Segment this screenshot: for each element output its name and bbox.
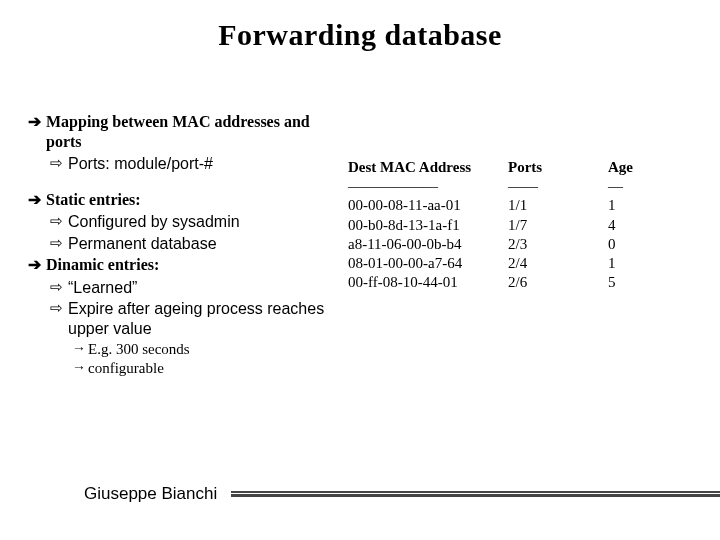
bullet-text: Ports: module/port-# xyxy=(68,154,213,174)
separator: — xyxy=(608,177,668,196)
bullet-text: Dinamic entries: xyxy=(46,255,159,275)
footer: Giuseppe Bianchi xyxy=(0,484,720,504)
separator: —————— xyxy=(348,177,508,196)
header-ports: Ports xyxy=(508,158,608,177)
bullet-text: Configured by sysadmin xyxy=(68,212,240,232)
arrow-thin-icon: → xyxy=(72,359,88,375)
cell-age: 4 xyxy=(608,216,668,235)
arrow-outline-icon: ⇨ xyxy=(50,212,68,230)
footer-rule xyxy=(231,491,720,497)
author-name: Giuseppe Bianchi xyxy=(70,484,231,504)
bullet-mapping-sub: ⇨ Ports: module/port-# xyxy=(50,154,348,174)
column-ports: Ports —— 1/1 1/7 2/3 2/4 2/6 xyxy=(508,158,608,292)
bullet-static: ➔ Static entries: xyxy=(28,190,348,210)
bullet-dynamic-sub2a: → E.g. 300 seconds xyxy=(72,340,348,358)
cell-age: 1 xyxy=(608,254,668,273)
cell-age: 5 xyxy=(608,273,668,292)
bullet-static-sub1: ⇨ Configured by sysadmin xyxy=(50,212,348,232)
cell-mac: 08-01-00-00-a7-64 xyxy=(348,254,508,273)
bullet-text: configurable xyxy=(88,359,164,377)
bullet-dynamic-sub2: ⇨ Expire after ageing process reaches up… xyxy=(50,299,348,338)
bullet-dynamic-sub1: ⇨ “Learned” xyxy=(50,278,348,298)
arrow-thin-icon: → xyxy=(72,340,88,356)
header-age: Age xyxy=(608,158,668,177)
arrow-outline-icon: ⇨ xyxy=(50,234,68,252)
column-age: Age — 1 4 0 1 5 xyxy=(608,158,668,292)
content-area: ➔ Mapping between MAC addresses and port… xyxy=(28,112,692,378)
arrow-outline-icon: ⇨ xyxy=(50,154,68,172)
arrow-right-icon: ➔ xyxy=(28,190,46,209)
bullet-text: Mapping between MAC addresses and ports xyxy=(46,112,348,151)
bullet-dynamic: ➔ Dinamic entries: xyxy=(28,255,348,275)
header-mac: Dest MAC Address xyxy=(348,158,508,177)
cell-age: 1 xyxy=(608,196,668,215)
bullet-text: Static entries: xyxy=(46,190,141,210)
arrow-right-icon: ➔ xyxy=(28,255,46,274)
bullet-dynamic-sub2b: → configurable xyxy=(72,359,348,377)
arrow-outline-icon: ⇨ xyxy=(50,278,68,296)
bullet-text: Expire after ageing process reaches uppe… xyxy=(68,299,348,338)
bullet-text: E.g. 300 seconds xyxy=(88,340,190,358)
slide-title: Forwarding database xyxy=(28,18,692,52)
bullet-mapping: ➔ Mapping between MAC addresses and port… xyxy=(28,112,348,151)
forwarding-table: Dest MAC Address —————— 00-00-08-11-aa-0… xyxy=(348,158,692,292)
cell-mac: 00-00-08-11-aa-01 xyxy=(348,196,508,215)
cell-mac: a8-11-06-00-0b-b4 xyxy=(348,235,508,254)
bullet-column: ➔ Mapping between MAC addresses and port… xyxy=(28,112,348,378)
column-mac: Dest MAC Address —————— 00-00-08-11-aa-0… xyxy=(348,158,508,292)
cell-ports: 2/3 xyxy=(508,235,608,254)
bullet-text: Permanent database xyxy=(68,234,217,254)
cell-ports: 2/4 xyxy=(508,254,608,273)
cell-age: 0 xyxy=(608,235,668,254)
cell-ports: 1/1 xyxy=(508,196,608,215)
cell-mac: 00-ff-08-10-44-01 xyxy=(348,273,508,292)
arrow-right-icon: ➔ xyxy=(28,112,46,131)
cell-mac: 00-b0-8d-13-1a-f1 xyxy=(348,216,508,235)
separator: —— xyxy=(508,177,608,196)
cell-ports: 2/6 xyxy=(508,273,608,292)
arrow-outline-icon: ⇨ xyxy=(50,299,68,317)
cell-ports: 1/7 xyxy=(508,216,608,235)
bullet-text: “Learned” xyxy=(68,278,137,298)
bullet-static-sub2: ⇨ Permanent database xyxy=(50,234,348,254)
table-column: Dest MAC Address —————— 00-00-08-11-aa-0… xyxy=(348,112,692,292)
